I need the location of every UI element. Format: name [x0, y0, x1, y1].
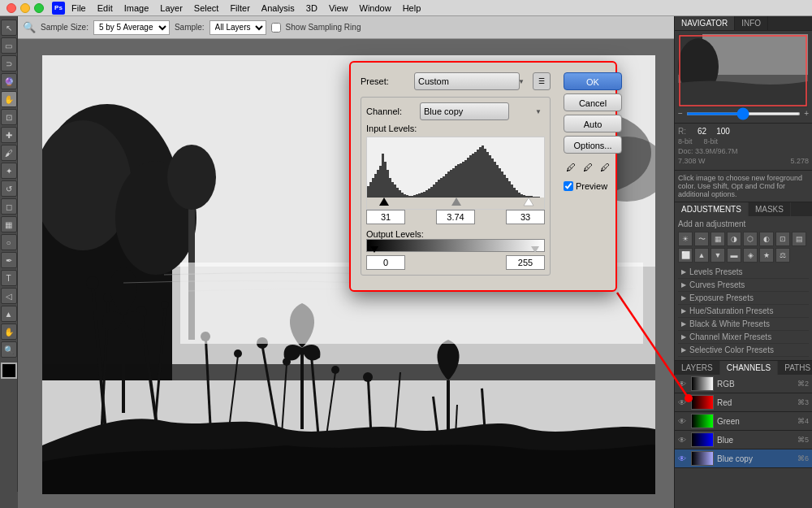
menu-layer[interactable]: Layer — [155, 2, 188, 14]
preset-hsl[interactable]: ▶ Hue/Saturation Presets — [678, 305, 809, 318]
auto-button[interactable]: Auto — [564, 115, 622, 132]
menu-window[interactable]: Window — [355, 2, 396, 14]
svg-rect-118 — [445, 174, 447, 198]
menu-image[interactable]: Image — [119, 2, 154, 14]
output-black-input[interactable] — [366, 255, 405, 270]
svg-rect-147 — [516, 190, 518, 198]
menu-3d[interactable]: 3D — [301, 2, 322, 14]
path-select-tool[interactable]: ◁ — [1, 288, 17, 304]
svg-rect-107 — [418, 193, 421, 198]
white-eyedropper-icon[interactable]: 🖊 — [598, 160, 612, 175]
adj-curves-icon[interactable]: 〜 — [694, 232, 709, 246]
channel-select[interactable]: Blue copy — [420, 102, 509, 120]
menu-filter[interactable]: Filter — [225, 2, 254, 14]
preset-select[interactable]: Custom — [414, 72, 520, 90]
channel-rgb[interactable]: 👁 RGB ⌘2 — [675, 375, 812, 393]
preset-exposure[interactable]: ▶ Exposure Presets — [678, 292, 809, 305]
zoom-slider[interactable] — [686, 112, 801, 115]
adj-vibrance-icon[interactable]: ★ — [759, 248, 774, 263]
close-button[interactable] — [6, 3, 16, 13]
sample-select[interactable]: All Layers — [209, 20, 266, 35]
adj-brightness-icon[interactable]: ☀ — [678, 232, 693, 246]
tab-layers[interactable]: LAYERS — [675, 361, 720, 375]
channel-blue-copy[interactable]: 👁 Blue copy ⌘6 — [675, 449, 812, 468]
preset-selective-color[interactable]: ▶ Selective Color Presets — [678, 344, 809, 357]
tab-channels[interactable]: CHANNELS — [720, 361, 778, 375]
adj-gradient-map-icon[interactable]: ▬ — [727, 248, 741, 263]
tab-masks[interactable]: MASKS — [749, 202, 791, 216]
black-eyedropper-icon[interactable]: 🖊 — [564, 160, 578, 175]
quick-select-tool[interactable]: 🔮 — [1, 73, 17, 89]
healing-brush-tool[interactable]: ✚ — [1, 127, 17, 143]
output-white-slider[interactable] — [531, 246, 539, 253]
output-white-input[interactable] — [506, 255, 545, 270]
preset-channel-mixer[interactable]: ▶ Channel Mixer Presets — [678, 331, 809, 344]
black-input[interactable] — [366, 210, 405, 224]
show-sampling-ring-checkbox[interactable] — [271, 23, 281, 33]
cancel-button[interactable]: Cancel — [564, 93, 622, 111]
tab-navigator[interactable]: NAVIGATOR — [675, 16, 735, 30]
adj-hsl-icon[interactable]: ⬡ — [743, 232, 758, 246]
channel-red[interactable]: 👁 Red ⌘3 — [675, 393, 812, 412]
output-black-slider[interactable] — [370, 246, 378, 253]
clone-stamp-tool[interactable]: ✦ — [1, 163, 17, 179]
preview-checkbox[interactable] — [564, 181, 573, 191]
zoom-in-icon[interactable]: + — [804, 109, 809, 118]
adj-selective-color-icon[interactable]: ◈ — [743, 248, 758, 263]
shape-tool[interactable]: ▲ — [1, 306, 17, 322]
channel-key-blue: ⌘5 — [797, 436, 809, 444]
adj-color-balance-icon[interactable]: ⚖ — [775, 248, 790, 263]
preset-bw[interactable]: ▶ Black & White Presets — [678, 318, 809, 331]
eraser-tool[interactable]: ◻ — [1, 198, 17, 215]
preset-options-icon[interactable]: ☰ — [533, 72, 551, 90]
preset-curves[interactable]: ▶ Curves Presets — [678, 279, 809, 292]
adj-posterize-icon[interactable]: ▲ — [694, 248, 709, 263]
adj-mixer-icon[interactable]: ▤ — [792, 232, 806, 246]
channel-green[interactable]: 👁 Green ⌘4 — [675, 412, 812, 431]
menu-view[interactable]: View — [324, 2, 353, 14]
menu-select[interactable]: Select — [189, 2, 224, 14]
ok-button[interactable]: OK — [564, 72, 622, 90]
tab-info[interactable]: INFO — [735, 16, 768, 30]
dodge-tool[interactable]: ○ — [1, 234, 17, 250]
adj-invert-icon[interactable]: ⬜ — [678, 248, 693, 263]
adj-levels-icon[interactable]: ▦ — [710, 232, 725, 246]
dialog-buttons: OK Cancel Auto Options... 🖊 🖊 🖊 Preview — [564, 72, 622, 280]
sample-size-select[interactable]: 5 by 5 Average — [93, 20, 170, 35]
foreground-color[interactable] — [1, 363, 17, 379]
move-tool[interactable]: ↖ — [1, 20, 17, 36]
menu-analysis[interactable]: Analysis — [257, 2, 300, 14]
options-button[interactable]: Options... — [564, 136, 622, 154]
lasso-tool[interactable]: ⊃ — [1, 55, 17, 72]
adj-exposure-icon[interactable]: ◑ — [727, 232, 741, 246]
eyedropper-tool[interactable]: ✋ — [1, 91, 17, 107]
menu-file[interactable]: File — [67, 2, 91, 14]
svg-rect-106 — [416, 194, 418, 198]
navigator-controls: − + — [678, 107, 809, 119]
gradient-tool[interactable]: ▦ — [1, 216, 17, 232]
mid-input[interactable] — [436, 210, 475, 224]
adj-threshold-icon[interactable]: ▼ — [710, 248, 725, 263]
tab-adjustments[interactable]: ADJUSTMENTS — [675, 202, 749, 216]
channel-blue[interactable]: 👁 Blue ⌘5 — [675, 431, 812, 449]
type-tool[interactable]: T — [1, 270, 17, 286]
pen-tool[interactable]: ✒ — [1, 252, 17, 268]
white-input[interactable] — [506, 210, 545, 224]
menu-help[interactable]: Help — [398, 2, 426, 14]
adj-bw-icon[interactable]: ◐ — [759, 232, 774, 246]
menu-edit[interactable]: Edit — [93, 2, 118, 14]
preset-levels[interactable]: ▶ Levels Presets — [678, 266, 809, 279]
minimize-button[interactable] — [20, 3, 30, 13]
preset-bw-label: Black & White Presets — [689, 319, 770, 328]
gray-eyedropper-icon[interactable]: 🖊 — [581, 160, 595, 175]
history-brush-tool[interactable]: ↺ — [1, 180, 17, 197]
zoom-out-icon[interactable]: − — [678, 109, 683, 118]
zoom-tool[interactable]: 🔍 — [1, 341, 17, 358]
tab-paths[interactable]: PATHS — [778, 361, 812, 375]
crop-tool[interactable]: ⊡ — [1, 109, 17, 125]
marquee-tool[interactable]: ▭ — [1, 37, 17, 54]
adj-photo-filter-icon[interactable]: ⊡ — [775, 232, 790, 246]
hand-tool[interactable]: ✋ — [1, 323, 17, 340]
brush-tool[interactable]: 🖌 — [1, 145, 17, 161]
maximize-button[interactable] — [34, 3, 44, 13]
